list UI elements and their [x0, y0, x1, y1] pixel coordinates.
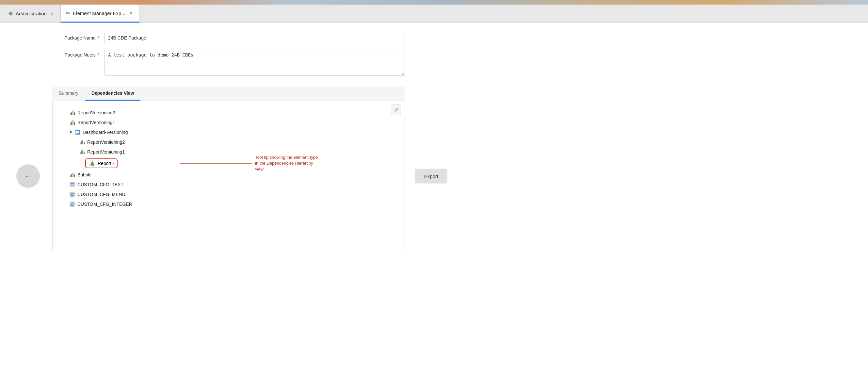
- tree-label-cfg-integer: CUSTOM_CFG_INTEGER: [78, 202, 132, 207]
- tree-item-rv2-child[interactable]: ReportVersioning2: [62, 137, 395, 147]
- tree-label-rv2-child: ReportVersioning2: [87, 140, 125, 145]
- package-notes-label: Package Notes *: [52, 50, 104, 58]
- main-content: Package Name * Package Notes * A test pa…: [0, 23, 868, 392]
- tree-label-rv1-child: ReportVersioning1: [87, 149, 125, 154]
- tree-label-cfg-text: CUSTOM_CFG_TEXT: [78, 182, 123, 187]
- annotation-text: Tool tip showing the element type in the…: [255, 154, 320, 173]
- chevron-down-icon: ▼: [69, 130, 73, 134]
- tooltip-annotation: Tool tip showing the element type in the…: [180, 154, 320, 173]
- tab-administration-close[interactable]: ✕: [49, 11, 55, 17]
- dashboard-icon: [74, 129, 81, 135]
- tree-item-rv1-top[interactable]: ReportVersioning1: [62, 118, 395, 127]
- tree-item-cfg-menu[interactable]: CUSTOM_CFG_MENU: [62, 189, 395, 199]
- tooltip-marker: ▸: [113, 162, 114, 165]
- report-icon-rv1-child: [79, 149, 85, 155]
- expand-button[interactable]: ⤢: [391, 104, 401, 115]
- svg-rect-1: [70, 183, 74, 184]
- svg-rect-7: [70, 195, 73, 196]
- package-name-input-wrapper: [104, 33, 405, 43]
- gear-icon: ⚙: [8, 10, 13, 17]
- tab-summary[interactable]: Summary: [52, 87, 85, 101]
- tab-administration-label: Administration: [16, 11, 47, 16]
- tree-item-cfg-text[interactable]: CUSTOM_CFG_TEXT: [62, 180, 395, 189]
- back-button[interactable]: ←: [16, 164, 40, 188]
- export-label: Export: [424, 174, 438, 179]
- svg-rect-3: [70, 185, 73, 186]
- report-icon-bubble: [69, 172, 75, 178]
- svg-rect-9: [70, 203, 74, 204]
- package-notes-row: Package Notes * A test package to demo 2…: [52, 50, 405, 77]
- pencil-icon: ✏: [66, 10, 70, 16]
- tree-label-bubble: Bubble: [78, 172, 92, 177]
- tab-bar: ⚙ Administration ✕ ✏ Element Manager Exp…: [0, 5, 868, 23]
- report-icon-rv2-top: [69, 110, 75, 116]
- tree-item-report-row: Report ▸ Tool tip showing the element ty…: [62, 157, 395, 170]
- tab-administration[interactable]: ⚙ Administration ✕: [3, 5, 61, 23]
- svg-rect-11: [70, 205, 73, 206]
- tree-label-dashboard: Dashboard-Versioning: [83, 130, 128, 135]
- tab-dependencies-view[interactable]: Dependencies View: [85, 87, 141, 101]
- section-tabs: Summary Dependencies View: [52, 87, 405, 101]
- tab-element-manager[interactable]: ✏ Element Manager Exp... ✕: [61, 5, 140, 23]
- svg-rect-6: [70, 194, 73, 195]
- tree-label-rv1-top: ReportVersioning1: [78, 120, 115, 125]
- tree-item-report-tooltip[interactable]: Report ▸: [85, 158, 118, 168]
- content-area: Package Name * Package Notes * A test pa…: [0, 23, 457, 261]
- tree-item-rv2-top[interactable]: ReportVersioning2: [62, 108, 395, 118]
- tree-label-cfg-menu: CUSTOM_CFG_MENU: [78, 192, 125, 197]
- cfg-icon-integer: [69, 201, 75, 207]
- export-button[interactable]: Export: [415, 169, 447, 184]
- package-notes-input-wrapper: A test package to demo 24B CDEs: [104, 50, 405, 77]
- package-name-input[interactable]: [104, 33, 405, 43]
- required-star-name: *: [96, 35, 99, 40]
- tree-label-report-tooltip: Report: [98, 161, 111, 166]
- annotation-line: [180, 163, 252, 164]
- package-name-row: Package Name *: [52, 33, 405, 43]
- svg-rect-2: [70, 185, 73, 185]
- report-icon-rv1-top: [69, 119, 75, 126]
- svg-rect-5: [70, 193, 74, 194]
- tab-element-manager-label: Element Manager Exp...: [73, 10, 125, 16]
- required-star-notes: *: [96, 52, 99, 58]
- package-notes-textarea[interactable]: A test package to demo 24B CDEs: [104, 50, 405, 76]
- tree-item-dashboard[interactable]: ▼ Dashboard-Versioning: [62, 127, 395, 137]
- top-strip: [0, 0, 868, 5]
- svg-rect-10: [70, 204, 73, 205]
- tab-element-manager-close[interactable]: ✕: [128, 10, 134, 16]
- tree-label-rv2-top: ReportVersioning2: [78, 110, 115, 115]
- report-icon-rv2-child: [79, 139, 85, 145]
- back-arrow-icon: ←: [25, 172, 32, 180]
- package-name-label: Package Name *: [52, 33, 104, 40]
- dependencies-panel: ⤢ ReportVersioning2 ReportVersioning1: [52, 101, 405, 251]
- cfg-icon-menu: [69, 191, 75, 198]
- dependencies-panel-wrapper: ⤢ ReportVersioning2 ReportVersioning1: [52, 101, 405, 251]
- tree-item-cfg-integer[interactable]: CUSTOM_CFG_INTEGER: [62, 199, 395, 209]
- report-icon-tooltip: [89, 160, 95, 167]
- cfg-icon-text: [69, 181, 75, 188]
